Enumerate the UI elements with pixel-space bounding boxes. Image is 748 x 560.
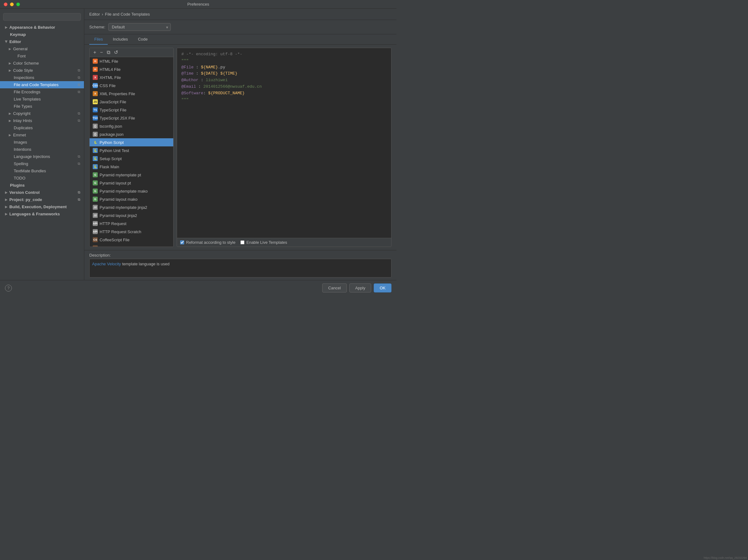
file-item-css-file[interactable]: CSSCSS File — [90, 81, 173, 90]
scheme-row: Scheme: Default Project — [84, 20, 396, 34]
file-item-tsx-file[interactable]: TSXTypeScript JSX File — [90, 114, 173, 122]
sidebar-item-file-encodings[interactable]: File Encodings⧉ — [0, 88, 84, 95]
close-button[interactable] — [4, 2, 7, 6]
sidebar-item-spelling[interactable]: Spelling⧉ — [0, 160, 84, 167]
sidebar-item-color-scheme[interactable]: ▶Color Scheme — [0, 60, 84, 67]
ok-button[interactable]: OK — [374, 283, 392, 293]
sidebar-item-code-style[interactable]: ▶Code Style⧉ — [0, 67, 84, 74]
copy-icon: ⧉ — [78, 190, 80, 194]
file-item-tsconfig-file[interactable]: {}tsconfig.json — [90, 122, 173, 130]
chevron-icon: ▶ — [9, 119, 11, 122]
tab-includes[interactable]: Includes — [108, 34, 133, 45]
add-button[interactable]: + — [92, 49, 97, 55]
file-item-pyramid-mytemplate-mako[interactable]: GPyramid mytemplate mako — [90, 187, 173, 195]
remove-button[interactable]: − — [99, 49, 104, 55]
sidebar-item-intentions[interactable]: Intentions — [0, 146, 84, 153]
code-line: @Software: ${PRODUCT_NAME} — [181, 90, 387, 97]
code-editor[interactable]: # -*- encoding: utf-8 -*-"""@File : ${NA… — [177, 48, 391, 238]
maximize-button[interactable] — [16, 2, 20, 6]
sidebar-item-build-execution[interactable]: ▶Build, Execution, Deployment — [0, 203, 84, 210]
sidebar-item-file-code-templates[interactable]: File and Code Templates⧉ — [0, 81, 84, 88]
chevron-icon: ▶ — [5, 205, 7, 209]
code-line: # -*- encoding: utf-8 -*- — [181, 51, 387, 58]
sidebar-item-textmate-bundles[interactable]: TextMate Bundles — [0, 167, 84, 174]
ts-file-icon: TS — [93, 108, 98, 112]
file-list-toolbar: + − ⧉ ↺ — [90, 48, 173, 57]
sidebar-item-inlay-hints[interactable]: ▶Inlay Hints⧉ — [0, 117, 84, 124]
tab-files[interactable]: Files — [89, 34, 108, 45]
cancel-button[interactable]: Cancel — [322, 283, 347, 293]
reset-button[interactable]: ↺ — [113, 49, 119, 55]
search-wrapper: 🔍 — [3, 13, 81, 21]
code-part-key: @Time — [181, 71, 193, 76]
breadcrumb-page: File and Code Templates — [105, 12, 150, 17]
sidebar-item-duplicates[interactable]: Duplicates — [0, 124, 84, 132]
file-item-xhtml-file[interactable]: XXHTML File — [90, 73, 173, 81]
file-item-http-request-scratch[interactable]: APIHTTP Request Scratch — [90, 228, 173, 236]
sidebar-item-emmet[interactable]: ▶Emmet — [0, 132, 84, 139]
title-bar: Preferences — [0, 0, 396, 9]
file-item-name: CoffeeScript File — [100, 237, 130, 242]
file-item-ts-file[interactable]: TSTypeScript File — [90, 106, 173, 114]
file-item-name: XML Properties File — [100, 91, 135, 96]
live-templates-checkbox[interactable] — [240, 240, 244, 244]
sidebar-item-todo[interactable]: TODO — [0, 174, 84, 182]
code-part-value: 2014012566@nwsuaf.edu.cn — [203, 84, 262, 89]
sidebar-item-keymap[interactable]: Keymap — [0, 31, 84, 38]
sidebar-item-font[interactable]: Font — [0, 52, 84, 60]
reformat-text: Reformat according to style — [186, 240, 235, 245]
file-item-python-unit-test[interactable]: 🐍Python Unit Test — [90, 146, 173, 155]
sidebar-item-project-py-code[interactable]: ▶Project: py_code⧉ — [0, 196, 84, 203]
file-item-coffeescript-file[interactable]: CSCoffeeScript File — [90, 236, 173, 244]
sidebar-item-languages-frameworks[interactable]: ▶Languages & Frameworks — [0, 210, 84, 217]
search-input[interactable] — [3, 13, 81, 21]
sidebar-item-images[interactable]: Images — [0, 139, 84, 146]
file-item-http-request[interactable]: APIHTTP Request — [90, 219, 173, 228]
sidebar: 🔍 ▶Appearance & BehaviorKeymap▶Editor▶Ge… — [0, 9, 84, 280]
file-item-flask-main[interactable]: 🐍Flask Main — [90, 163, 173, 171]
reformat-label[interactable]: Reformat according to style — [180, 240, 235, 245]
copy-button[interactable]: ⧉ — [106, 49, 112, 55]
sidebar-item-copyright[interactable]: ▶Copyright⧉ — [0, 110, 84, 117]
live-templates-label[interactable]: Enable Live Templates — [240, 240, 287, 245]
scheme-select[interactable]: Default Project — [108, 23, 171, 31]
sidebar-item-language-injections[interactable]: Language Injections⧉ — [0, 153, 84, 160]
copy-icon: ⧉ — [78, 162, 80, 166]
sidebar-item-label: File and Code Templates — [14, 83, 59, 87]
window-controls[interactable] — [4, 2, 20, 6]
file-item-pyramid-mytemplate-jinja2[interactable]: J2Pyramid mytemplate jinja2 — [90, 203, 173, 211]
coffee-file-icon: CS — [93, 237, 98, 242]
file-item-python-script[interactable]: 🐍Python Script — [90, 138, 173, 146]
file-item-xml-props-file[interactable]: XXML Properties File — [90, 90, 173, 98]
sidebar-item-file-types[interactable]: File Types — [0, 103, 84, 110]
file-item-js-file[interactable]: JSJavaScript File — [90, 98, 173, 106]
file-item-pyramid-layout-mako[interactable]: GPyramid layout mako — [90, 195, 173, 203]
sidebar-item-label: Keymap — [10, 32, 26, 37]
sidebar-item-general[interactable]: ▶General — [0, 45, 84, 52]
file-item-coffeescript-class[interactable]: CSCoffeeScript Class — [90, 244, 173, 247]
file-item-pyramid-layout-jinja2[interactable]: J2Pyramid layout jinja2 — [90, 211, 173, 219]
sidebar-item-version-control[interactable]: ▶Version Control⧉ — [0, 189, 84, 196]
sidebar-item-plugins[interactable]: Plugins — [0, 182, 84, 189]
description-link[interactable]: Apache Velocity — [92, 262, 121, 266]
file-item-pyramid-mytemplate-pt[interactable]: GPyramid mytemplate pt — [90, 171, 173, 179]
sidebar-item-live-templates[interactable]: Live Templates — [0, 95, 84, 103]
file-item-setup-script[interactable]: 🐍Setup Script — [90, 155, 173, 163]
chevron-icon: ▶ — [9, 133, 11, 137]
file-item-html4-file[interactable]: HHTML4 File — [90, 65, 173, 73]
help-button[interactable]: ? — [5, 285, 12, 291]
code-line: @Time : ${DATE} ${TIME} — [181, 71, 387, 77]
sidebar-item-appearance[interactable]: ▶Appearance & Behavior — [0, 24, 84, 31]
sidebar-item-editor[interactable]: ▶Editor — [0, 38, 84, 45]
file-item-pyramid-layout-pt[interactable]: GPyramid layout pt — [90, 179, 173, 187]
sidebar-item-label: Inlay Hints — [13, 118, 32, 123]
json-file-icon: {} — [93, 132, 98, 137]
file-item-package-file[interactable]: {}package.json — [90, 130, 173, 138]
minimize-button[interactable] — [10, 2, 14, 6]
reformat-checkbox[interactable] — [180, 240, 184, 244]
tab-code[interactable]: Code — [133, 34, 153, 45]
file-item-html-file[interactable]: HHTML File — [90, 57, 173, 65]
sidebar-item-inspections[interactable]: Inspections⧉ — [0, 74, 84, 81]
file-item-name: Python Unit Test — [100, 148, 129, 153]
apply-button[interactable]: Apply — [349, 283, 372, 293]
